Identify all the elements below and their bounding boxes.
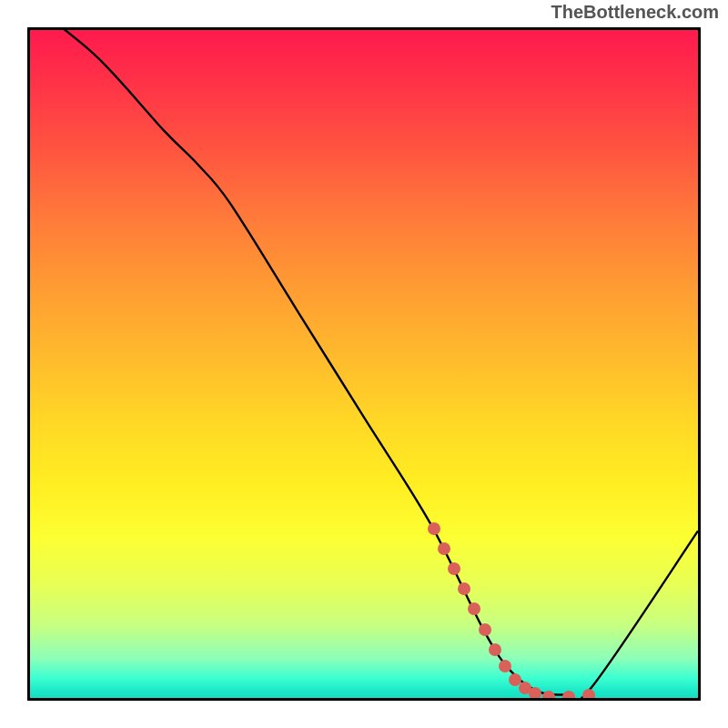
plot-area bbox=[27, 27, 701, 701]
highlight-dot bbox=[562, 691, 575, 701]
highlight-dot bbox=[582, 689, 595, 701]
highlight-dot bbox=[468, 602, 480, 615]
highlight-dot bbox=[479, 623, 491, 636]
watermark-label: TheBottleneck.com bbox=[551, 2, 719, 23]
highlight-markers bbox=[30, 30, 698, 698]
highlight-dot bbox=[489, 643, 501, 656]
highlight-dot bbox=[542, 691, 555, 701]
highlight-dot bbox=[428, 522, 440, 535]
highlight-dot bbox=[529, 687, 541, 700]
highlight-dot bbox=[438, 542, 450, 555]
highlight-dot bbox=[499, 660, 511, 672]
highlight-dot bbox=[458, 582, 470, 595]
highlight-dot bbox=[448, 562, 460, 575]
